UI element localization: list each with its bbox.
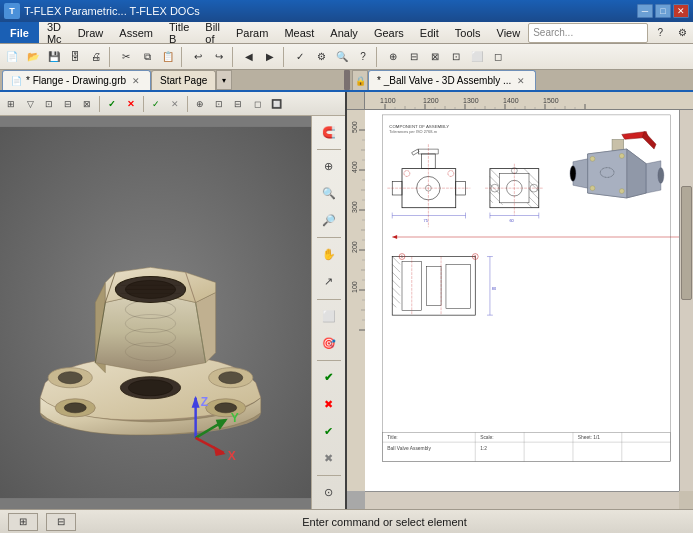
status-btn-2[interactable]: ⊟ bbox=[46, 513, 76, 531]
menu-meast[interactable]: Meast bbox=[276, 22, 322, 43]
lt-plus[interactable]: ⊕ bbox=[191, 95, 209, 113]
svg-point-5 bbox=[219, 372, 243, 384]
menu-gears[interactable]: Gears bbox=[366, 22, 412, 43]
menu-billof[interactable]: Bill of bbox=[197, 22, 228, 43]
tb-open[interactable]: 📂 bbox=[23, 47, 43, 67]
menu-view[interactable]: View bbox=[489, 22, 529, 43]
svg-point-144 bbox=[590, 186, 595, 191]
tb-redo[interactable]: ↪ bbox=[209, 47, 229, 67]
tb-extra1[interactable]: ⊕ bbox=[383, 47, 403, 67]
main-content: ⊞ ▽ ⊡ ⊟ ⊠ ✓ ✕ ✓ ✕ ⊕ ⊡ ⊟ ◻ 🔲 bbox=[0, 92, 693, 509]
vertical-scrollbar[interactable] bbox=[679, 110, 693, 491]
rt-magnet[interactable]: 🧲 bbox=[316, 120, 342, 145]
menu-tools[interactable]: Tools bbox=[447, 22, 489, 43]
rt-sep4 bbox=[317, 360, 341, 361]
ruler-left-svg: 500 400 300 200 100 bbox=[347, 110, 365, 491]
maximize-button[interactable]: □ bbox=[655, 4, 671, 18]
tb-forward[interactable]: ▶ bbox=[260, 47, 280, 67]
menu-help-btn[interactable]: ? bbox=[650, 23, 670, 43]
tb-zoom[interactable]: 🔍 bbox=[332, 47, 352, 67]
svg-text:400: 400 bbox=[351, 161, 358, 173]
rt-box-sel[interactable]: ⬜ bbox=[316, 303, 342, 328]
tb-help2[interactable]: ? bbox=[353, 47, 373, 67]
tb-save[interactable]: 💾 bbox=[44, 47, 64, 67]
tb-undo[interactable]: ↩ bbox=[188, 47, 208, 67]
tb-settings2[interactable]: ⚙ bbox=[311, 47, 331, 67]
rt-target[interactable]: 🎯 bbox=[316, 331, 342, 356]
lt-box1[interactable]: ⊡ bbox=[40, 95, 58, 113]
rt-snap3[interactable]: ✔ bbox=[316, 419, 342, 444]
lt-grid[interactable]: 🔲 bbox=[267, 95, 285, 113]
horizontal-scrollbar[interactable] bbox=[365, 491, 679, 509]
svg-text:3: 3 bbox=[474, 255, 476, 259]
tab-dropdown-left[interactable]: ▾ bbox=[216, 70, 232, 90]
tab-flange-drawing[interactable]: 📄 * Flange - Drawing.grb ✕ bbox=[2, 70, 151, 90]
lt-box4[interactable]: ⊡ bbox=[210, 95, 228, 113]
rt-zoom-out[interactable]: 🔎 bbox=[316, 208, 342, 233]
rt-zoom-fit[interactable]: ⊕ bbox=[316, 154, 342, 179]
close-button[interactable]: ✕ bbox=[673, 4, 689, 18]
toolbar: 📄 📂 💾 🗄 🖨 ✂ ⧉ 📋 ↩ ↪ ◀ ▶ ✓ ⚙ 🔍 ? ⊕ ⊟ ⊠ ⊡ … bbox=[0, 44, 693, 70]
tab-bar: 📄 * Flange - Drawing.grb ✕ Start Page ▾ … bbox=[0, 70, 693, 92]
tb-back[interactable]: ◀ bbox=[239, 47, 259, 67]
menu-analy[interactable]: Analy bbox=[322, 22, 366, 43]
tb-extra5[interactable]: ⬜ bbox=[467, 47, 487, 67]
tb-new[interactable]: 📄 bbox=[2, 47, 22, 67]
rt-select[interactable]: ↗ bbox=[316, 269, 342, 294]
status-btn-1[interactable]: ⊞ bbox=[8, 513, 38, 531]
tab-start-page[interactable]: Start Page bbox=[151, 70, 216, 90]
3d-viewport[interactable]: Z Y X bbox=[0, 116, 311, 509]
tb-extra4[interactable]: ⊡ bbox=[446, 47, 466, 67]
menu-settings-btn[interactable]: ⚙ bbox=[672, 23, 692, 43]
lt-box2[interactable]: ⊟ bbox=[59, 95, 77, 113]
menu-file[interactable]: File bbox=[0, 22, 39, 43]
svg-point-7 bbox=[64, 403, 86, 413]
menu-param[interactable]: Param bbox=[228, 22, 276, 43]
tb-print[interactable]: 🖨 bbox=[86, 47, 106, 67]
title-bar: T T-FLEX Parametric... T-FLEX DOCs ─ □ ✕ bbox=[0, 0, 693, 22]
lt-check[interactable]: ✓ bbox=[103, 95, 121, 113]
tab-ball-valve[interactable]: * _Ball Valve - 3D Assembly ... ✕ bbox=[368, 70, 536, 90]
svg-point-142 bbox=[590, 156, 595, 161]
rt-snap4[interactable]: ✖ bbox=[316, 446, 342, 471]
tb-extra3[interactable]: ⊠ bbox=[425, 47, 445, 67]
tb-extra6[interactable]: ◻ bbox=[488, 47, 508, 67]
lt-minus[interactable]: ⊟ bbox=[229, 95, 247, 113]
rt-snap[interactable]: ✔ bbox=[316, 365, 342, 390]
tb-extra2[interactable]: ⊟ bbox=[404, 47, 424, 67]
menu-titleb[interactable]: Title B bbox=[161, 22, 197, 43]
tb-copy[interactable]: ⧉ bbox=[137, 47, 157, 67]
menu-edit[interactable]: Edit bbox=[412, 22, 447, 43]
rt-pan[interactable]: ✋ bbox=[316, 242, 342, 267]
lt-cross[interactable]: ✕ bbox=[122, 95, 140, 113]
svg-text:X: X bbox=[228, 449, 236, 463]
rt-snap2[interactable]: ✖ bbox=[316, 392, 342, 417]
help-search-btn[interactable]: Search... bbox=[528, 23, 648, 43]
app-icon: T bbox=[4, 3, 20, 19]
menu-assem[interactable]: Assem bbox=[111, 22, 161, 43]
lt-view[interactable]: ⊞ bbox=[2, 95, 20, 113]
tb-cut[interactable]: ✂ bbox=[116, 47, 136, 67]
rt-zoom-in[interactable]: 🔍 bbox=[316, 181, 342, 206]
minimize-button[interactable]: ─ bbox=[637, 4, 653, 18]
tab-close-ball-valve[interactable]: ✕ bbox=[515, 75, 527, 87]
lt-square[interactable]: ◻ bbox=[248, 95, 266, 113]
tb-check[interactable]: ✓ bbox=[290, 47, 310, 67]
svg-text:1200: 1200 bbox=[423, 97, 439, 104]
tab-close-flange[interactable]: ✕ bbox=[130, 75, 142, 87]
lt-filter[interactable]: ▽ bbox=[21, 95, 39, 113]
menu-draw[interactable]: Draw bbox=[70, 22, 112, 43]
lt-box3[interactable]: ⊠ bbox=[78, 95, 96, 113]
scroll-thumb-vertical[interactable] bbox=[681, 186, 692, 300]
menu-3dmc[interactable]: 3D Mc bbox=[39, 22, 70, 43]
lt-check2[interactable]: ✓ bbox=[147, 95, 165, 113]
svg-text:1500: 1500 bbox=[543, 97, 559, 104]
tb-paste[interactable]: 📋 bbox=[158, 47, 178, 67]
svg-rect-34 bbox=[365, 92, 693, 110]
svg-point-145 bbox=[619, 189, 624, 194]
rt-sphere-view[interactable]: ⊙ bbox=[316, 480, 342, 505]
lt-cross2[interactable]: ✕ bbox=[166, 95, 184, 113]
tb-saveall[interactable]: 🗄 bbox=[65, 47, 85, 67]
drawing-view[interactable]: 1100 1200 1300 1400 1500 bbox=[347, 92, 693, 509]
svg-point-20 bbox=[128, 380, 172, 396]
